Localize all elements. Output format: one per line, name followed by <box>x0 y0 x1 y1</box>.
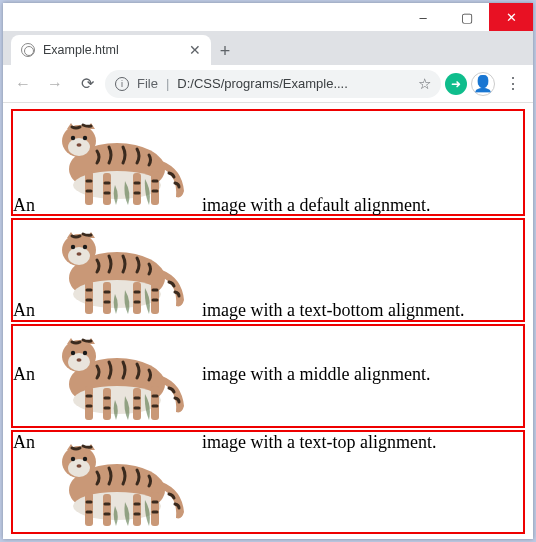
extension-icon[interactable]: ➜ <box>445 73 467 95</box>
bookmark-star-icon[interactable]: ☆ <box>418 75 431 93</box>
window-minimize-button[interactable]: – <box>401 3 445 31</box>
row-prefix: An <box>13 300 35 320</box>
browser-tab[interactable]: Example.html ✕ <box>11 35 211 65</box>
back-button[interactable]: ← <box>9 70 37 98</box>
row-suffix: image with a middle alignment. <box>202 364 430 384</box>
example-row-default: Animage with a default alignment. <box>11 109 525 216</box>
globe-icon <box>21 43 35 57</box>
example-row-middle: Animage with a middle alignment. <box>11 324 525 428</box>
profile-avatar-icon[interactable]: 👤 <box>471 72 495 96</box>
url-scheme-label: File <box>137 76 158 91</box>
tiger-image <box>37 220 192 320</box>
browser-window: – ▢ ✕ Example.html ✕ + ← → ⟳ i File | D:… <box>3 3 533 539</box>
new-tab-button[interactable]: + <box>211 37 239 65</box>
tiger-image <box>37 326 192 426</box>
tiger-image <box>37 111 192 211</box>
tab-strip: Example.html ✕ + <box>3 31 533 65</box>
url-separator: | <box>166 76 169 91</box>
page-content: Animage with a default alignment. Animag… <box>3 103 533 539</box>
tab-title: Example.html <box>43 43 119 57</box>
row-prefix: An <box>13 364 35 384</box>
site-info-icon[interactable]: i <box>115 77 129 91</box>
kebab-menu-icon[interactable]: ⋮ <box>499 74 527 93</box>
url-text: D:/CSS/programs/Example.... <box>177 76 348 91</box>
row-prefix: An <box>13 432 35 452</box>
row-suffix: image with a text-bottom alignment. <box>202 300 464 320</box>
example-row-text-top: Animage with a text-top alignment. <box>11 430 525 534</box>
row-prefix: An <box>13 195 35 215</box>
example-row-text-bottom: Animage with a text-bottom alignment. <box>11 218 525 322</box>
row-suffix: image with a text-top alignment. <box>202 432 436 452</box>
tiger-image <box>37 432 192 532</box>
window-close-button[interactable]: ✕ <box>489 3 533 31</box>
reload-button[interactable]: ⟳ <box>73 70 101 98</box>
address-bar[interactable]: i File | D:/CSS/programs/Example.... ☆ <box>105 70 441 98</box>
row-suffix: image with a default alignment. <box>202 195 430 215</box>
window-maximize-button[interactable]: ▢ <box>445 3 489 31</box>
tab-close-icon[interactable]: ✕ <box>189 42 201 58</box>
forward-button[interactable]: → <box>41 70 69 98</box>
window-titlebar: – ▢ ✕ <box>3 3 533 31</box>
browser-toolbar: ← → ⟳ i File | D:/CSS/programs/Example..… <box>3 65 533 103</box>
